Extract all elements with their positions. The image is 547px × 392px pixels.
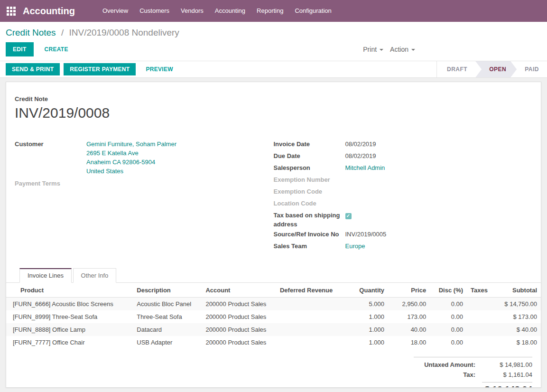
nav-item-configuration[interactable]: Configuration [289,0,337,22]
cell-account: 200000 Product Sales [202,298,276,311]
cell-price: 18.00 [388,336,430,349]
cell-quantity: 1.000 [336,323,388,336]
cell-disc: 0.00 [430,323,467,336]
table-row[interactable]: [FURN_8888] Office Lamp Datacard 200000 … [6,323,541,336]
invoice-date-field: Invoice Date 08/02/2019 [274,139,533,150]
customer-address-country[interactable]: United States [86,167,176,176]
status-step-paid[interactable]: PAID [517,61,547,77]
cell-deferred-revenue [276,336,336,349]
exemption-code-label: Exemption Code [274,187,345,198]
print-dropdown[interactable]: Print [363,46,383,53]
exemption-number-label: Exemption Number [274,175,345,186]
col-account[interactable]: Account [202,283,276,298]
cell-account: 200000 Product Sales [202,336,276,349]
app-window: Accounting Overview Customers Vendors Ac… [0,0,547,392]
status-step-draft[interactable]: DRAFT [439,61,475,77]
invoice-date-value: 08/02/2019 [345,139,376,150]
customer-address-line2[interactable]: Anaheim CA 92806-5904 [86,158,176,167]
col-disc[interactable]: Disc (%) [430,283,467,298]
exemption-code-field: Exemption Code [274,187,533,198]
nav-item-overview[interactable]: Overview [97,0,134,22]
breadcrumb-parent-link[interactable]: Credit Notes [6,28,56,37]
cell-subtotal: $ 18.00 [493,336,541,349]
salesperson-label: Salesperson [274,163,345,174]
payment-terms-label: Payment Terms [15,178,86,190]
register-payment-button[interactable]: REGISTER PAYMENT [64,63,136,75]
due-date-field: Due Date 08/02/2019 [274,151,533,162]
nav-item-vendors[interactable]: Vendors [175,0,209,22]
tax-row: Tax: $ 1,161.04 [414,370,532,380]
breadcrumb-current: INV/2019/0008 Nondelivery [69,28,179,37]
cell-quantity: 1.000 [336,310,388,323]
cell-description: Three-Seat Sofa [133,310,202,323]
nav-item-reporting[interactable]: Reporting [251,0,289,22]
cell-disc: 0.00 [430,336,467,349]
cell-price: 173.00 [388,310,430,323]
tax-label: Tax: [414,371,482,378]
nav-item-accounting[interactable]: Accounting [209,0,251,22]
table-row[interactable]: [FURN_8999] Three-Seat Sofa Three-Seat S… [6,310,541,323]
cell-account: 200000 Product Sales [202,310,276,323]
table-row[interactable]: [FURN_6666] Acoustic Bloc Screens Acoust… [6,298,541,311]
sales-team-link[interactable]: Europe [345,242,365,251]
due-date-value: 08/02/2019 [345,151,376,162]
cell-quantity: 1.000 [336,336,388,349]
cell-quantity: 5.000 [336,298,388,311]
cell-subtotal: $ 14,750.00 [493,298,541,311]
document-type-label: Credit Note [15,95,532,103]
payment-terms-field: Payment Terms [15,178,274,190]
notebook-tabs: Invoice Lines Other Info [6,268,541,283]
cell-product: [FURN_7777] Office Chair [6,336,133,349]
preview-button[interactable]: PREVIEW [139,63,179,75]
source-ref-label: Source/Ref Invoice No [274,229,345,241]
col-deferred-revenue[interactable]: Deferred Revenue [276,283,336,298]
send-print-button[interactable]: SEND & PRINT [6,63,60,75]
cell-taxes [467,298,493,311]
print-dropdown-label: Print [363,46,377,53]
credit-note-sheet: Credit Note INV/2019/0008 Customer Gemin… [6,82,541,388]
tax-shipping-checkbox[interactable]: ✓ [345,213,352,219]
caret-down-icon [380,49,383,51]
control-panel: Credit Notes / INV/2019/0008 Nondelivery… [0,22,547,61]
tab-invoice-lines[interactable]: Invoice Lines [19,268,72,283]
nav-item-customers[interactable]: Customers [134,0,175,22]
col-quantity[interactable]: Quantity [336,283,388,298]
untaxed-amount-value: $ 14,981.00 [482,361,532,368]
action-dropdown[interactable]: Action [390,46,415,53]
cell-product: [FURN_6666] Acoustic Bloc Screens [6,298,133,311]
salesperson-link[interactable]: Mitchell Admin [345,163,385,172]
edit-button[interactable]: EDIT [6,42,34,56]
cell-deferred-revenue [276,323,336,336]
apps-grid-icon[interactable] [7,7,16,16]
col-description[interactable]: Description [133,283,202,298]
create-button[interactable]: CREATE [38,42,74,56]
total-row: Total: $ 16,142.04 [414,381,532,388]
col-product[interactable]: Product [6,283,133,298]
cell-deferred-revenue [276,298,336,311]
sales-team-label: Sales Team [274,241,345,252]
content-area: Credit Note INV/2019/0008 Customer Gemin… [0,78,547,392]
source-ref-value: INV/2019/0005 [345,229,387,241]
totals-block: Untaxed Amount: $ 14,981.00 Tax: $ 1,161… [414,357,532,388]
tax-shipping-label: Tax based on shipping address [274,210,345,229]
app-title[interactable]: Accounting [23,6,75,17]
table-row[interactable]: [FURN_7777] Office Chair USB Adapter 200… [6,336,541,349]
customer-link[interactable]: Gemini Furniture, Soham Palmer [86,140,176,149]
total-value: $ 16,142.04 [482,382,532,388]
table-header-row: Product Description Account Deferred Rev… [6,283,541,298]
customer-address-line1[interactable]: 2695 E Katella Ave [86,149,176,158]
breadcrumb: Credit Notes / INV/2019/0008 Nondelivery [6,28,541,38]
cell-subtotal: $ 173.00 [493,310,541,323]
col-taxes[interactable]: Taxes [467,283,493,298]
sales-team-field: Sales Team Europe [274,241,533,252]
cell-disc: 0.00 [430,298,467,311]
col-subtotal[interactable]: Subtotal [493,283,541,298]
col-price[interactable]: Price [388,283,430,298]
exemption-number-field: Exemption Number [274,175,533,186]
tax-shipping-field: Tax based on shipping address ✓ [274,210,533,229]
status-step-open[interactable]: OPEN [475,61,517,77]
total-label: Total: [414,386,482,388]
tab-other-info[interactable]: Other Info [73,268,117,283]
field-groups: Customer Gemini Furniture, Soham Palmer … [15,139,532,253]
invoice-date-label: Invoice Date [274,139,345,150]
